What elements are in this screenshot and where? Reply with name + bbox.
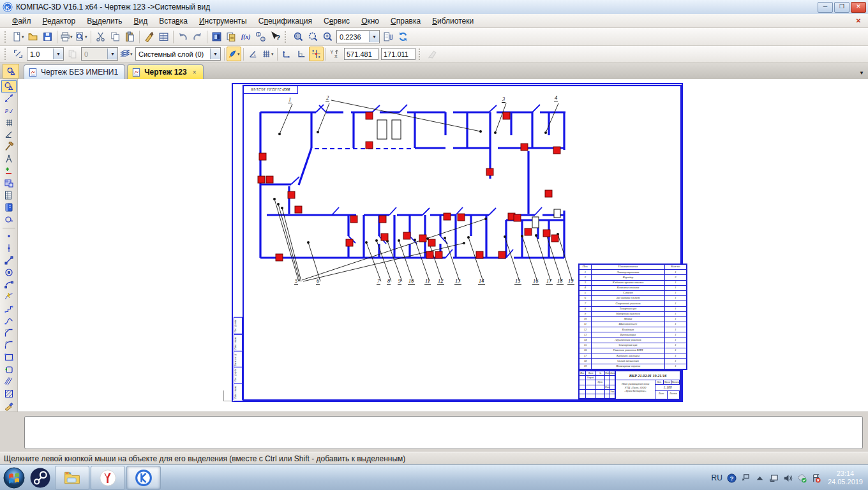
close-button[interactable]: ✕	[851, 2, 866, 13]
save-button[interactable]	[40, 29, 55, 44]
tool-brush-button[interactable]	[1, 399, 17, 412]
tab-drawing-unnamed[interactable]: Чертеж БЕЗ ИМЕНИ1	[24, 64, 125, 79]
fit-page-button[interactable]	[381, 29, 396, 44]
menu-item-Редактор[interactable]: Редактор	[37, 15, 82, 27]
tool-bezier-button[interactable]	[1, 290, 17, 302]
property-bar-input[interactable]	[24, 416, 863, 449]
menu-item-Сервис[interactable]: Сервис	[318, 15, 355, 27]
renumber-button[interactable]: 12	[253, 29, 268, 44]
tool-geometry-button[interactable]	[1, 80, 17, 93]
explorer-taskbar-button[interactable]	[55, 466, 89, 490]
grid-button[interactable]: ▾	[260, 47, 275, 61]
tool-angle-tool-button[interactable]	[1, 129, 17, 141]
menu-item-Вставка[interactable]: Вставка	[153, 15, 193, 27]
drawing-canvas[interactable]: ВКР 21.02.01 19.21/16 Инв. № подл.Подп. …	[18, 79, 868, 412]
tool-curve-button[interactable]	[1, 315, 17, 327]
cloud-sync-tray-icon[interactable]	[797, 473, 807, 483]
volume-tray-icon[interactable]	[783, 473, 793, 483]
zoom-select-button[interactable]	[306, 29, 320, 44]
tab-overflow-icon[interactable]: ▼	[859, 70, 864, 76]
tool-contour-button[interactable]	[1, 363, 17, 375]
angle-button[interactable]: 1	[246, 47, 260, 61]
menu-item-Справка[interactable]: Справка	[385, 15, 426, 27]
step-combo[interactable]: 1.0▼	[27, 47, 64, 61]
spec-window-button[interactable]	[209, 29, 224, 44]
format-brush-button[interactable]	[142, 29, 156, 44]
tool-insert-tag-button[interactable]	[1, 214, 17, 226]
tool-circle-button[interactable]	[1, 267, 17, 279]
show-hidden-icons[interactable]	[755, 473, 765, 483]
zoom-in-button[interactable]	[320, 29, 335, 44]
zoom_value-combo[interactable]: 0.2236▼	[336, 30, 380, 43]
taskbar-clock[interactable]: 23:14 24.05.2019	[828, 470, 863, 486]
coord_y-field[interactable]: 171.011	[381, 48, 415, 60]
title-bar[interactable]: K КОМПАС-3D V16.1 x64 - Чертеж 123 ->Сис…	[0, 0, 868, 15]
tool-fillet-button[interactable]	[1, 339, 17, 351]
action-center-tray-icon[interactable]	[811, 473, 821, 483]
tab-drawing-123[interactable]: Чертеж 123 ×	[127, 64, 203, 79]
menu-item-Окно[interactable]: Окно	[355, 15, 385, 27]
filter-off-button[interactable]	[425, 47, 440, 61]
snap-button[interactable]: ▾	[227, 47, 241, 61]
ortho-button[interactable]	[294, 47, 309, 61]
start-button[interactable]	[3, 466, 26, 489]
drawing-sheet[interactable]: ВКР 21.02.01 19.21/16 Инв. № подл.Подп. …	[232, 83, 683, 402]
menu-item-Файл[interactable]: Файл	[6, 15, 37, 27]
tool-designations-button[interactable]: Р	[1, 105, 17, 117]
layers-button[interactable]: ▾	[119, 47, 134, 61]
help-cursor-button[interactable]: ?	[268, 29, 283, 44]
tool-hatch-button[interactable]	[1, 387, 17, 399]
tool-arc-button[interactable]	[1, 279, 17, 291]
snap-points-button[interactable]	[309, 47, 324, 61]
menu-item-Выделить[interactable]: Выделить	[81, 15, 128, 27]
print-button[interactable]: ▾	[59, 29, 74, 44]
language-indicator[interactable]: RU	[712, 473, 722, 482]
tool-param-button[interactable]	[1, 165, 17, 177]
tool-tables-button[interactable]	[1, 189, 17, 202]
tab-close-icon[interactable]: ×	[193, 69, 197, 76]
cut-button[interactable]	[93, 29, 108, 44]
refresh-button[interactable]	[396, 29, 410, 44]
menu-item-Библиотеки[interactable]: Библиотеки	[426, 15, 479, 27]
tool-dimensions-button[interactable]	[1, 93, 17, 105]
tool-measure-button[interactable]	[1, 153, 17, 165]
help-tray-icon[interactable]: ?	[727, 473, 737, 483]
coord_x-field[interactable]: 571.481	[344, 48, 378, 60]
kompas-taskbar-button[interactable]	[126, 466, 161, 490]
local-cs-button[interactable]	[280, 47, 294, 61]
undo-button[interactable]	[176, 29, 190, 44]
tool-reports-button[interactable]	[1, 202, 17, 214]
steam-icon[interactable]	[29, 467, 51, 489]
tool-multiline-button[interactable]	[1, 375, 17, 387]
compact-panel-button[interactable]	[3, 64, 19, 78]
layer-combo[interactable]: Системный слой (0)▼	[135, 47, 221, 61]
tool-grid-snap-button[interactable]	[1, 117, 17, 129]
copies-combo[interactable]: 0▼	[81, 47, 118, 61]
tool-segment-button[interactable]	[1, 255, 17, 267]
menu-item-Инструменты[interactable]: Инструменты	[193, 15, 253, 27]
redo-button[interactable]	[190, 29, 205, 44]
preview-button[interactable]: ▾	[74, 29, 89, 44]
new-button[interactable]: ▾	[11, 29, 26, 44]
tool-rectangle-button[interactable]	[1, 351, 17, 363]
maximize-button[interactable]: ❐	[834, 2, 849, 13]
tool-polyline-button[interactable]	[1, 302, 17, 315]
paste-button[interactable]	[123, 29, 137, 44]
open-button[interactable]	[26, 29, 40, 44]
fx-button[interactable]: f(x)	[239, 29, 253, 44]
tool-editing-button[interactable]	[1, 141, 17, 153]
desktop-tray-icon[interactable]	[741, 473, 751, 483]
zoom-frame-button[interactable]	[291, 29, 306, 44]
spec-table-button[interactable]	[156, 29, 171, 44]
tool-aux-line-button[interactable]	[1, 242, 17, 255]
copy-button[interactable]	[108, 29, 123, 44]
menu-item-Спецификация[interactable]: Спецификация	[253, 15, 318, 27]
menu-item-Вид[interactable]: Вид	[128, 15, 154, 27]
tool-chamfer-button[interactable]	[1, 327, 17, 339]
doc-manager-button[interactable]	[224, 29, 239, 44]
document-close-icon[interactable]: ✕	[853, 16, 864, 26]
tool-point-button[interactable]	[1, 230, 17, 242]
yandex-browser-taskbar-button[interactable]	[91, 466, 125, 490]
minimize-button[interactable]: ─	[818, 2, 833, 13]
cursor-step-button[interactable]	[11, 47, 26, 61]
